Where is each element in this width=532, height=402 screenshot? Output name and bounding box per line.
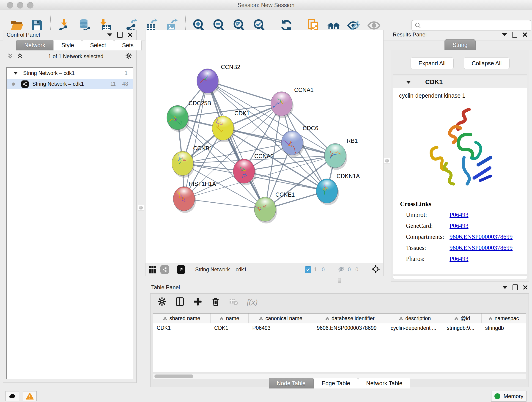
gene-header-row[interactable]: CDK1 bbox=[393, 76, 527, 88]
checkbox-icon[interactable] bbox=[305, 266, 311, 273]
expand-all-button[interactable]: Expand All bbox=[411, 57, 454, 69]
network-collection-row[interactable]: String Network – cdk1 1 bbox=[7, 68, 133, 79]
node-label-CCNB2: CCNB2 bbox=[221, 64, 240, 70]
column-header--id[interactable]: @id bbox=[443, 313, 481, 323]
node-CCNB2[interactable]: CCNB2 bbox=[197, 64, 240, 95]
left-splitter-handle[interactable] bbox=[138, 205, 144, 211]
crosshair-icon[interactable] bbox=[371, 265, 380, 274]
maximize-panel-icon[interactable] bbox=[512, 32, 517, 38]
node-label-CDKN1A: CDKN1A bbox=[336, 173, 360, 179]
results-panel-title: Results Panel bbox=[393, 32, 427, 38]
tab-sets[interactable]: Sets bbox=[114, 40, 142, 51]
gear-icon[interactable] bbox=[125, 52, 132, 60]
close-panel-icon[interactable] bbox=[523, 285, 528, 290]
maximize-panel-icon[interactable] bbox=[513, 284, 518, 290]
collection-label: String Network – cdk1 bbox=[23, 70, 75, 76]
expand-all-icon[interactable] bbox=[17, 52, 23, 60]
share-icon[interactable] bbox=[160, 265, 169, 274]
network-row-selected[interactable]: String Network – cdk1 11 48 bbox=[7, 79, 133, 89]
float-panel-icon[interactable] bbox=[502, 286, 507, 289]
tree-expand-icon[interactable] bbox=[13, 72, 18, 75]
crosslink-link[interactable]: 9606.ENSP00000378699 bbox=[450, 244, 513, 251]
delete-table-icon bbox=[229, 297, 238, 307]
show-columns-icon[interactable] bbox=[175, 297, 184, 307]
table-panel-box: f(x) shared namenamecanonical namedataba… bbox=[150, 293, 529, 387]
function-builder-icon: f(x) bbox=[247, 298, 258, 306]
table-cell[interactable]: stringdb:9... bbox=[443, 323, 481, 333]
node-label-CDC25B: CDC25B bbox=[189, 100, 211, 106]
network-selection-status: 1 of 1 Network selected bbox=[26, 53, 125, 60]
close-panel-icon[interactable] bbox=[128, 32, 133, 37]
protein-structure-image bbox=[422, 105, 498, 194]
search-input[interactable] bbox=[412, 20, 531, 31]
table-row[interactable]: CDK1CDK1P064939606.ENSP00000378699cyclin… bbox=[153, 323, 526, 333]
results-scrollbar[interactable] bbox=[393, 275, 527, 279]
float-panel-icon[interactable] bbox=[502, 33, 507, 36]
memory-button[interactable]: Memory bbox=[491, 391, 526, 402]
tab-select[interactable]: Select bbox=[82, 40, 114, 51]
node-CCNE1[interactable]: CCNE1 bbox=[254, 191, 295, 223]
column-header-namespac[interactable]: namespac bbox=[481, 313, 526, 323]
tab-network[interactable]: Network bbox=[16, 40, 53, 51]
cloud-icon[interactable] bbox=[6, 391, 19, 401]
network-status-dot bbox=[12, 83, 15, 86]
bottom-splitter-handle[interactable] bbox=[338, 278, 341, 283]
crosslink-link[interactable]: P06493 bbox=[450, 211, 469, 218]
node-CDKN1A[interactable]: CDKN1A bbox=[316, 173, 360, 205]
delete-column-icon[interactable] bbox=[211, 297, 220, 307]
tab-edge-table[interactable]: Edge Table bbox=[314, 378, 358, 389]
collapse-all-button[interactable]: Collapse All bbox=[464, 57, 510, 69]
table-cell[interactable]: CDK1 bbox=[210, 323, 249, 333]
node-CCNB1[interactable]: CCNB1 bbox=[172, 145, 213, 178]
table-cell[interactable]: cyclin-dependent ... bbox=[387, 323, 443, 333]
tab-string[interactable]: String bbox=[444, 39, 475, 50]
node-CCNA1[interactable]: CCNA1 bbox=[271, 87, 314, 118]
birdseye-icon[interactable] bbox=[177, 265, 185, 274]
node-label-CDC6: CDC6 bbox=[303, 125, 318, 131]
hidden-counter: 0 - 0 bbox=[348, 267, 358, 273]
right-splitter-handle[interactable] bbox=[384, 158, 390, 164]
collapse-all-icon[interactable] bbox=[7, 52, 13, 60]
add-column-icon[interactable] bbox=[193, 297, 202, 307]
collapse-gene-icon[interactable] bbox=[406, 81, 411, 84]
edge-CCNB2-CCNE1[interactable] bbox=[208, 81, 265, 209]
crosslink-link[interactable]: P06493 bbox=[450, 222, 469, 230]
column-header-canonical-name[interactable]: canonical name bbox=[249, 313, 313, 323]
tab-network-table[interactable]: Network Table bbox=[358, 378, 410, 389]
grid-icon[interactable] bbox=[149, 266, 156, 274]
node-RB1[interactable]: RB1 bbox=[324, 138, 358, 170]
table-cell[interactable]: P06493 bbox=[249, 323, 313, 333]
edge-HIST1H1A-CCNE1[interactable] bbox=[184, 199, 265, 209]
crosslink-link[interactable]: 9606.ENSP00000378699 bbox=[450, 233, 513, 240]
node-CCNA2[interactable]: CCNA2 bbox=[233, 153, 274, 185]
network-view-canvas[interactable]: CCNB2CCNA1CDC25BCDK1CDC6RB1CCNB1CCNA2CDK… bbox=[145, 30, 384, 263]
table-cell[interactable]: CDK1 bbox=[153, 323, 210, 333]
crosslink-link[interactable]: P06493 bbox=[450, 255, 469, 262]
search-box bbox=[412, 20, 531, 31]
edge-CDK1-RB1[interactable] bbox=[223, 128, 335, 156]
eye-slash-icon[interactable] bbox=[338, 265, 345, 274]
table-cell[interactable]: stringdb bbox=[481, 323, 526, 333]
crosslink-label: Tissues: bbox=[406, 244, 450, 251]
column-header-name[interactable]: name bbox=[210, 313, 249, 323]
column-header-description[interactable]: description bbox=[387, 313, 443, 323]
maximize-panel-icon[interactable] bbox=[117, 32, 123, 38]
memory-label: Memory bbox=[504, 393, 524, 400]
node-HIST1H1A[interactable]: HIST1H1A bbox=[173, 181, 216, 213]
string-network-graph[interactable]: CCNB2CCNA1CDC25BCDK1CDC6RB1CCNB1CCNA2CDK… bbox=[146, 30, 384, 263]
node-CDC6[interactable]: CDC6 bbox=[281, 125, 318, 157]
tab-node-table[interactable]: Node Table bbox=[269, 378, 314, 389]
current-network-label: String Network – cdk1 bbox=[195, 267, 247, 273]
gear-icon[interactable] bbox=[157, 297, 167, 307]
float-panel-icon[interactable] bbox=[107, 33, 112, 36]
crosslink-label: Compartments: bbox=[406, 233, 450, 240]
crosslink-row: GeneCard:P06493 bbox=[406, 222, 527, 230]
close-panel-icon[interactable] bbox=[522, 32, 527, 37]
column-header-shared-name[interactable]: shared name bbox=[153, 313, 210, 323]
column-header-database-identifier[interactable]: database identifier bbox=[313, 313, 387, 323]
window-title: Session: New Session bbox=[0, 2, 532, 8]
table-tabs: Node TableEdge TableNetwork Table bbox=[151, 378, 529, 389]
table-cell[interactable]: 9606.ENSP00000378699 bbox=[313, 323, 387, 333]
warning-icon[interactable] bbox=[23, 391, 37, 401]
tab-style[interactable]: Style bbox=[53, 40, 82, 51]
